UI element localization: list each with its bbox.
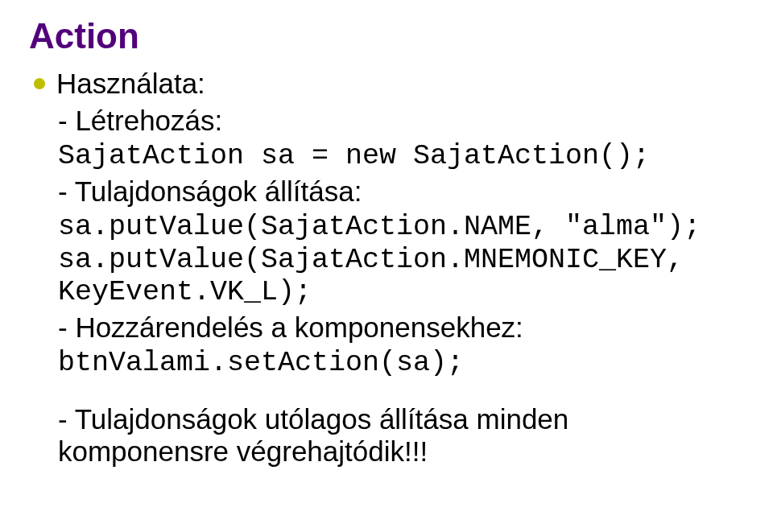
section-assign: - Hozzárendelés a komponensekhez: btnVal… — [58, 311, 744, 379]
heading-assign: - Hozzárendelés a komponensekhez: — [58, 311, 744, 344]
heading-create: - Létrehozás: — [58, 105, 744, 137]
bullet-icon — [34, 78, 45, 89]
note-text: - Tulajdonságok utólagos állítása minden… — [58, 403, 744, 468]
section-create: - Létrehozás: SajatAction sa = new Sajat… — [58, 105, 744, 172]
heading-props: - Tulajdonságok állítása: — [58, 175, 744, 208]
code-create: SajatAction sa = new SajatAction(); — [58, 140, 744, 172]
slide-title: Action — [29, 16, 744, 56]
content-block: - Létrehozás: SajatAction sa = new Sajat… — [58, 105, 744, 468]
bullet-label: Használata: — [56, 68, 205, 100]
bullet-row: Használata: — [29, 68, 744, 100]
section-props: - Tulajdonságok állítása: sa.putValue(Sa… — [58, 175, 744, 308]
code-props-line2: sa.putValue(SajatAction.MNEMONIC_KEY, Ke… — [58, 244, 744, 309]
code-props-line1: sa.putValue(SajatAction.NAME, "alma"); — [58, 211, 744, 243]
code-assign: btnValami.setAction(sa); — [58, 347, 744, 379]
section-note: - Tulajdonságok utólagos állítása minden… — [58, 403, 744, 468]
